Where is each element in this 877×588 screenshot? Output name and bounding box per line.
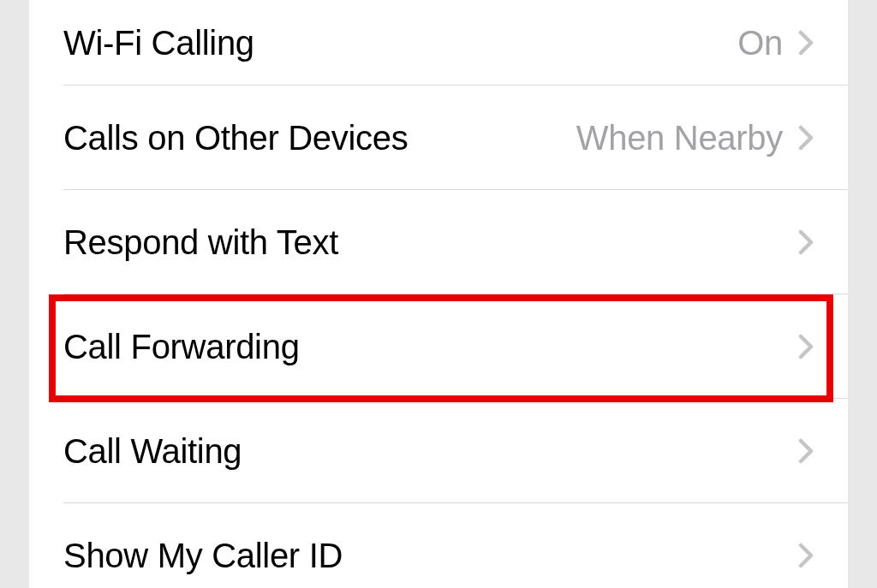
respond-with-text-row[interactable]: Respond with Text bbox=[29, 190, 848, 294]
chevron-right-icon bbox=[798, 334, 814, 359]
call-waiting-row[interactable]: Call Waiting bbox=[29, 399, 848, 503]
call-forwarding-row[interactable]: Call Forwarding bbox=[29, 294, 848, 399]
chevron-right-icon bbox=[798, 438, 814, 464]
wifi-calling-value: On bbox=[737, 24, 783, 62]
calls-other-devices-row[interactable]: Calls on Other Devices When Nearby bbox=[29, 86, 848, 190]
call-forwarding-label: Call Forwarding bbox=[63, 328, 783, 366]
chevron-right-icon bbox=[798, 125, 814, 151]
call-waiting-label: Call Waiting bbox=[63, 432, 783, 471]
chevron-right-icon bbox=[798, 543, 814, 568]
show-caller-id-row[interactable]: Show My Caller ID bbox=[29, 503, 848, 588]
settings-list: Wi-Fi Calling On Calls on Other Devices … bbox=[29, 0, 848, 588]
chevron-right-icon bbox=[798, 30, 814, 56]
wifi-calling-label: Wi-Fi Calling bbox=[63, 24, 737, 62]
calls-other-devices-value: When Nearby bbox=[576, 119, 783, 157]
calls-other-devices-label: Calls on Other Devices bbox=[63, 119, 576, 157]
respond-with-text-label: Respond with Text bbox=[63, 223, 783, 262]
wifi-calling-row[interactable]: Wi-Fi Calling On bbox=[29, 0, 848, 86]
settings-panel: Wi-Fi Calling On Calls on Other Devices … bbox=[29, 0, 848, 588]
show-caller-id-label: Show My Caller ID bbox=[63, 537, 783, 575]
chevron-right-icon bbox=[798, 229, 814, 255]
